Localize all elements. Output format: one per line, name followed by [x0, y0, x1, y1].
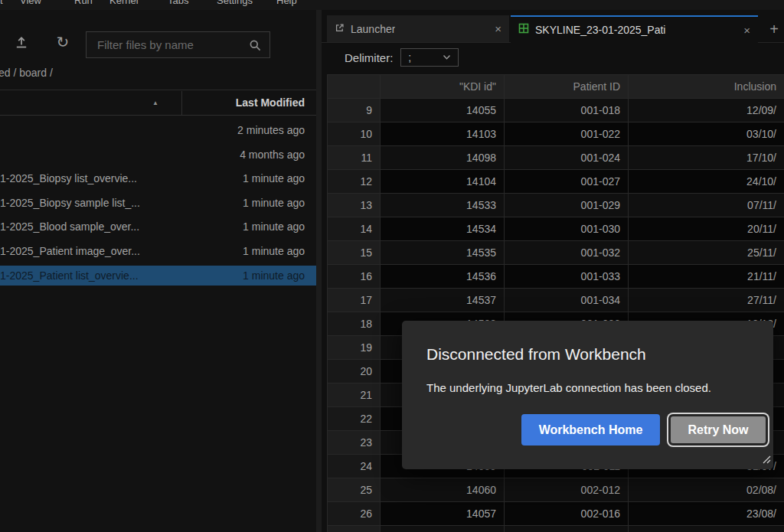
- close-icon[interactable]: ×: [743, 24, 750, 37]
- cell-kdi[interactable]: 14055: [381, 99, 505, 122]
- cell-patient[interactable]: 001-027: [505, 170, 629, 194]
- cell-inclusion[interactable]: 17/10/: [629, 146, 784, 170]
- menu-item-tabs[interactable]: Tabs: [168, 0, 188, 6]
- file-modified: 2 minutes ago: [237, 124, 305, 136]
- tab-label: Launcher: [351, 23, 395, 35]
- tab-launcher[interactable]: Launcher ×: [327, 15, 509, 42]
- resize-handle-icon[interactable]: [762, 453, 771, 467]
- cell-inclusion[interactable]: 24/10/: [629, 170, 784, 194]
- search-icon: [249, 39, 262, 55]
- row-index: 19: [328, 336, 381, 360]
- file-row[interactable]: 1-2025_Biopsy list_overvie... 1 minute a…: [0, 168, 316, 188]
- file-row[interactable]: 4 months ago: [0, 145, 316, 165]
- table-row: 1214104001-02724/10/: [328, 170, 784, 194]
- menu-item-kernel[interactable]: Kernel: [109, 0, 139, 6]
- menu-item-settings[interactable]: Settings: [217, 0, 253, 6]
- cell-patient[interactable]: 001-029: [505, 194, 629, 217]
- tab-label: SKYLINE_23-01-2025_Pati: [535, 24, 665, 36]
- table-row: 1414534001-03020/11/: [328, 217, 784, 241]
- tab-csv-active[interactable]: SKYLINE_23-01-2025_Pati ×: [511, 15, 758, 43]
- cell-kdi[interactable]: 14098: [381, 146, 505, 170]
- cell-patient[interactable]: 002-012: [505, 478, 629, 502]
- file-list: 2 minutes ago 4 months ago 1-2025_Biopsy…: [0, 120, 316, 289]
- cell-inclusion[interactable]: 25/11/: [629, 241, 784, 265]
- menu-item-edit-fragment[interactable]: t: [0, 0, 3, 6]
- file-row-selected[interactable]: 1-2025_Patient list_overvie... 1 minute …: [0, 266, 316, 286]
- file-modified: 1 minute ago: [243, 245, 305, 257]
- cell-patient[interactable]: 002-016: [505, 502, 629, 526]
- file-row[interactable]: 2 minutes ago: [0, 120, 316, 140]
- upload-icon[interactable]: [12, 33, 31, 51]
- cell-kdi[interactable]: 14534: [381, 217, 505, 241]
- csv-grid-icon: [518, 23, 529, 37]
- workbench-home-button[interactable]: Workbench Home: [521, 414, 660, 446]
- breadcrumb[interactable]: ed / board /: [0, 67, 53, 79]
- dialog-title: Disconnected from Workbench: [426, 345, 646, 364]
- row-index: 11: [328, 146, 381, 170]
- cell-inclusion[interactable]: 23/08/: [629, 502, 784, 526]
- file-browser-panel: ↻ ed / board / ▲ Last Modified 2 minutes…: [0, 10, 316, 532]
- cell-patient[interactable]: 001-032: [505, 241, 629, 265]
- file-row[interactable]: 1-2025_Biopsy sample list_... 1 minute a…: [0, 193, 316, 213]
- table-row-partial: [328, 526, 784, 532]
- cell-inclusion[interactable]: 27/11/: [629, 289, 784, 312]
- cell-kdi[interactable]: 14535: [381, 241, 505, 265]
- cell-patient[interactable]: 001-022: [505, 122, 629, 146]
- patient-column-header: Patient ID: [505, 75, 629, 99]
- cell-kdi[interactable]: 14536: [381, 265, 505, 289]
- cell-patient[interactable]: 001-033: [505, 265, 629, 289]
- file-row[interactable]: 1-2025_Patient image_over... 1 minute ag…: [0, 241, 316, 261]
- menu-item-help[interactable]: Help: [276, 0, 297, 6]
- kdi-column-header: "KDI id": [381, 75, 505, 99]
- column-divider: [181, 91, 182, 116]
- cell-kdi[interactable]: 14537: [381, 289, 505, 312]
- launcher-icon: [335, 22, 345, 36]
- close-icon[interactable]: ×: [495, 22, 501, 35]
- row-index: 17: [328, 289, 381, 312]
- cell-inclusion[interactable]: 02/08/: [629, 478, 784, 502]
- cell-patient[interactable]: 001-024: [505, 146, 629, 170]
- cell-inclusion[interactable]: 12/09/: [629, 99, 784, 122]
- cell-inclusion[interactable]: 20/11/: [629, 217, 784, 241]
- panel-divider[interactable]: [316, 10, 322, 532]
- row-index: 9: [328, 99, 381, 122]
- file-list-header[interactable]: ▲ Last Modified: [0, 90, 316, 116]
- row-index: 15: [328, 241, 381, 265]
- refresh-icon[interactable]: ↻: [54, 31, 72, 54]
- chevron-down-icon: [443, 54, 451, 60]
- cell-kdi[interactable]: 14060: [381, 478, 505, 502]
- cell-inclusion[interactable]: 07/11/: [629, 194, 784, 217]
- cell-inclusion[interactable]: 03/10/: [629, 122, 784, 146]
- cell-kdi[interactable]: 14533: [381, 194, 505, 217]
- menu-item-run[interactable]: Run: [74, 0, 93, 6]
- cell-kdi[interactable]: 14057: [381, 502, 505, 526]
- file-filter-input[interactable]: [87, 32, 270, 57]
- file-modified: 1 minute ago: [243, 197, 305, 209]
- file-modified: 4 months ago: [240, 149, 305, 161]
- menu-bar: t View Run Kernel Tabs Settings Help: [0, 0, 784, 10]
- cell-patient[interactable]: 001-034: [505, 289, 629, 312]
- cell-kdi[interactable]: 14104: [381, 170, 505, 194]
- row-index: 12: [328, 170, 381, 194]
- delimiter-label: Delimiter:: [345, 51, 393, 64]
- file-name: 1-2025_Patient list_overvie...: [0, 269, 139, 282]
- file-row[interactable]: 1-2025_Blood sample_over... 1 minute ago: [0, 217, 316, 237]
- delimiter-dropdown[interactable]: ;: [400, 48, 459, 67]
- file-name: 1-2025_Biopsy sample list_...: [0, 197, 140, 209]
- last-modified-header[interactable]: Last Modified: [236, 96, 305, 109]
- cell-inclusion[interactable]: 21/11/: [629, 265, 784, 289]
- index-column-header: [328, 75, 381, 99]
- inclusion-column-header: Inclusion: [629, 75, 784, 99]
- dialog-message: The underlying JupyterLab connection has…: [426, 381, 711, 394]
- row-index: 23: [328, 431, 381, 455]
- cell-patient[interactable]: 001-030: [505, 217, 629, 241]
- retry-now-button[interactable]: Retry Now: [668, 414, 768, 446]
- tab-bar: Launcher × SKYLINE_23-01-2025_Pati × +: [322, 15, 784, 43]
- cell-kdi[interactable]: 14103: [381, 122, 505, 146]
- disconnect-dialog: Disconnected from Workbench The underlyi…: [402, 321, 773, 469]
- file-name: 1-2025_Patient image_over...: [0, 245, 140, 257]
- menu-item-view[interactable]: View: [20, 0, 41, 6]
- new-tab-button[interactable]: +: [764, 18, 784, 40]
- row-index: 10: [328, 122, 381, 146]
- cell-patient[interactable]: 001-018: [505, 99, 629, 122]
